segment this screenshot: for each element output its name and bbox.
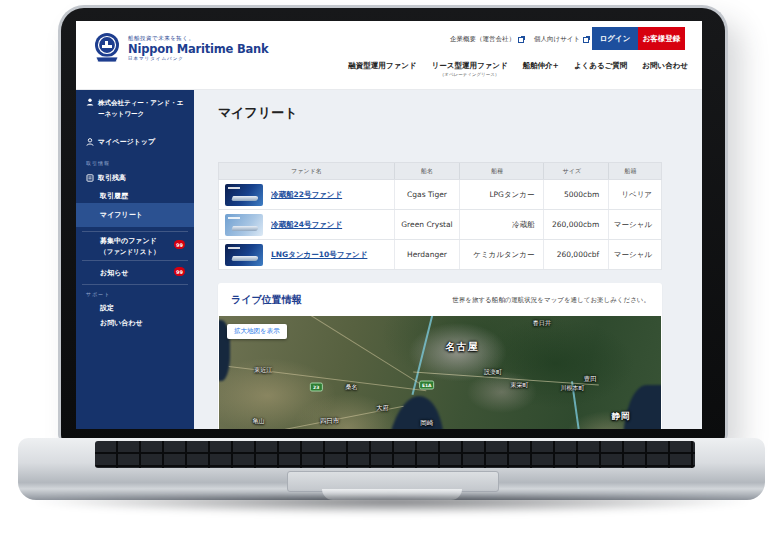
map-city-label: 設楽町: [484, 368, 502, 377]
nav-faq[interactable]: よくあるご質問: [574, 61, 627, 71]
brand-logo[interactable]: 船舶投資で未来を拓く。 Nippon Maritime Bank 日本マリタイム…: [92, 31, 269, 65]
live-location-description: 世界を旅する船舶の運航状況をマップを通してお楽しみください。: [452, 296, 650, 305]
external-link-icon: [518, 37, 524, 43]
person-icon: [86, 138, 94, 146]
ship-type-cell: 冷蔵船: [460, 210, 545, 239]
map-city-label: 亀山: [253, 416, 265, 425]
ship-name-cell: Herdanger: [395, 240, 460, 269]
link-corporate-profile[interactable]: 企業概要（運営会社）: [450, 35, 524, 44]
sidebar-item-balance[interactable]: 取引残高: [86, 173, 126, 183]
fleet-table-header: ファンド名 船名 船種 サイズ 船籍: [218, 162, 662, 180]
news-count-badge: 99: [174, 267, 185, 276]
link-label: 企業概要（運営会社）: [450, 35, 515, 44]
sidebar-item-label: マイページトップ: [98, 137, 155, 147]
col-header-flag: 船籍: [609, 163, 661, 179]
fund-link[interactable]: 冷蔵船22号ファンド: [271, 190, 342, 200]
sidebar-item-mypage-top[interactable]: マイページトップ: [86, 137, 155, 147]
table-row: 冷蔵船24号ファンド Green Crystal 冷蔵船 260,000cbm …: [218, 210, 662, 240]
link-label: 個人向けサイト: [534, 35, 580, 44]
sidebar-item-news[interactable]: お知らせ: [100, 268, 129, 278]
nav-label: よくあるご質問: [574, 61, 627, 71]
nav-ship-brokerage[interactable]: 船舶仲介+: [523, 61, 559, 71]
brand-name: Nippon Maritime Bank: [128, 42, 269, 56]
nav-label: 船舶仲介+: [523, 61, 559, 71]
nav-loan-fund[interactable]: 融資型運用ファンド: [348, 61, 416, 71]
register-button[interactable]: お客様登録: [638, 27, 685, 50]
external-link-icon: [583, 37, 589, 43]
maritime-bank-emblem-icon: [92, 31, 122, 65]
link-personal-site[interactable]: 個人向けサイト: [534, 35, 589, 44]
ship-flag-cell: リベリア: [609, 180, 661, 209]
laptop-mockup: 船舶投資で未来を拓く。 Nippon Maritime Bank 日本マリタイム…: [0, 0, 783, 537]
live-location-card: ライブ位置情報 世界を旅する船舶の運航状況をマップを通してお楽しみください。 名…: [218, 283, 662, 429]
expand-map-button[interactable]: 拡大地図を表示: [227, 324, 287, 339]
table-row: LNGタンカー10号ファンド Herdanger ケミカルタンカー 260,00…: [218, 240, 662, 270]
funds-count-badge: 99: [174, 240, 185, 249]
route-badge: 23: [310, 382, 322, 391]
ship-name-cell: Cgas Tiger: [395, 180, 460, 209]
col-header-ship: 船名: [395, 163, 460, 179]
map-city-label: 岡崎: [420, 418, 433, 427]
nav-label: リース型運用ファンド: [432, 61, 508, 71]
laptop-shadow: [36, 496, 748, 514]
ship-flag-cell: マーシャル: [609, 240, 661, 269]
map-city-label: 豊田: [584, 375, 597, 384]
map-city-label: 桑名: [346, 382, 358, 391]
ship-flag-cell: マーシャル: [609, 210, 661, 239]
ship-size-cell: 260,000cbf: [544, 240, 609, 269]
login-button[interactable]: ログイン: [592, 27, 638, 50]
ship-thumbnail: [225, 184, 263, 206]
fund-link[interactable]: 冷蔵船24号ファンド: [271, 220, 342, 230]
map-city-label: 東近江: [254, 366, 272, 375]
sidebar-divider: [82, 260, 188, 261]
map-city-label: 大府: [377, 404, 389, 413]
nav-sublabel: （オペレーティングリース）: [432, 72, 508, 77]
brand-tagline: 船舶投資で未来を拓く。: [128, 35, 269, 42]
ship-thumbnail: [225, 214, 263, 236]
sidebar-section-transactions: 取引情報: [86, 160, 110, 166]
ship-type-cell: LPGタンカー: [460, 180, 545, 209]
nav-contact[interactable]: お問い合わせ: [642, 61, 688, 71]
sidebar-item-myfleet-active[interactable]: マイフリート: [76, 203, 194, 227]
ship-type-cell: ケミカルタンカー: [460, 240, 545, 269]
table-row: 冷蔵船22号ファンド Cgas Tiger LPGタンカー 5000cbm リベ…: [218, 180, 662, 210]
company-name: 株式会社ティー・アンド・エーネットワーク: [98, 98, 186, 120]
ship-thumbnail: [225, 244, 263, 266]
sidebar-item-contact[interactable]: お問い合わせ: [100, 318, 143, 328]
nav-label: 融資型運用ファンド: [348, 61, 416, 71]
route-badge: E1A: [419, 380, 435, 389]
sidebar-item-open-funds[interactable]: 募集中のファンド （ファンドリスト）: [100, 236, 160, 258]
sidebar-item-history[interactable]: 取引履歴: [100, 191, 128, 201]
map-city-label: 川根本町: [561, 384, 585, 393]
brand-name-jp: 日本マリタイムバンク: [128, 56, 269, 61]
fleet-table: ファンド名 船名 船種 サイズ 船籍 冷蔵船22号ファンド Cgas Tiger…: [218, 162, 662, 270]
sidebar-item-settings[interactable]: 設定: [100, 303, 114, 313]
browser-screen: 船舶投資で未来を拓く。 Nippon Maritime Bank 日本マリタイム…: [76, 21, 702, 429]
main-content: マイフリート ファンド名 船名 船種 サイズ 船籍 冷蔵船22号ファンド Cga…: [194, 90, 702, 429]
laptop-keyboard: [95, 441, 695, 468]
ise-bay-water: [380, 393, 452, 429]
sidebar-item-label: 募集中のファンド: [100, 236, 160, 247]
user-icon: [86, 98, 94, 106]
map-city-label: 四日市: [320, 416, 340, 425]
sidebar-divider: [82, 231, 188, 232]
site-header: 船舶投資で未来を拓く。 Nippon Maritime Bank 日本マリタイム…: [76, 21, 702, 90]
sidebar: 株式会社ティー・アンド・エーネットワーク マイページトップ 取引情報 取引残高 …: [76, 90, 194, 429]
map-city-label: 春日井: [533, 319, 551, 328]
map-city-label: 静岡: [612, 411, 631, 423]
live-location-map[interactable]: 名古屋 春日井 豊田 桑名 四日市 大府 岡崎 半田 東近江 亀山 設楽町 東栄…: [219, 316, 661, 429]
col-header-size: サイズ: [544, 163, 609, 179]
fund-link[interactable]: LNGタンカー10号ファンド: [271, 250, 367, 260]
document-icon: [86, 174, 94, 182]
page-title: マイフリート: [218, 104, 298, 122]
sidebar-section-support: サポート: [86, 291, 110, 297]
col-header-type: 船種: [460, 163, 545, 179]
sidebar-company: 株式会社ティー・アンド・エーネットワーク: [86, 98, 186, 120]
sidebar-item-label: 取引残高: [98, 173, 126, 183]
col-header-fund: ファンド名: [219, 163, 395, 179]
map-city-label: 東栄町: [511, 380, 529, 389]
nav-label: お問い合わせ: [642, 61, 688, 71]
nav-lease-fund[interactable]: リース型運用ファンド （オペレーティングリース）: [432, 61, 508, 77]
ship-size-cell: 5000cbm: [544, 180, 609, 209]
ship-name-cell: Green Crystal: [395, 210, 460, 239]
